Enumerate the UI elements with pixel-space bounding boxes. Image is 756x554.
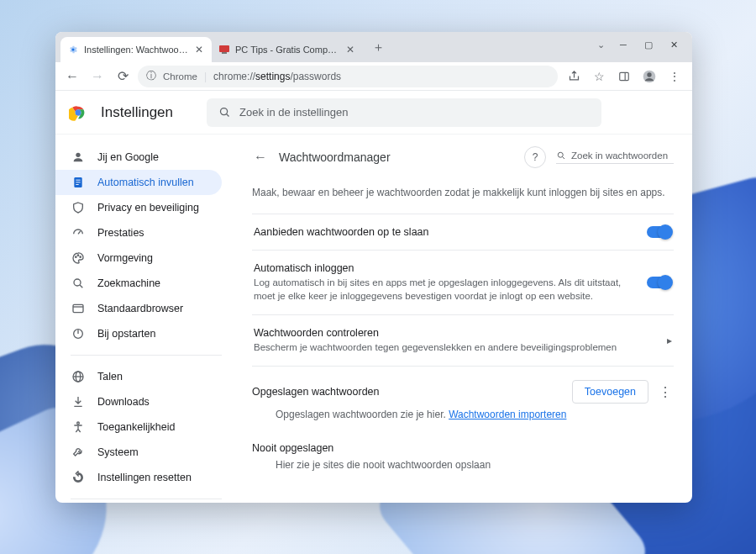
sidebar-item-search-engine[interactable]: Zoekmachine bbox=[55, 271, 222, 296]
sidebar-item-performance[interactable]: Prestaties bbox=[55, 220, 222, 245]
svg-rect-15 bbox=[76, 182, 80, 182]
saved-passwords-heading: Opgeslagen wachtwoorden Toevoegen ⋮ bbox=[252, 366, 674, 404]
reload-button[interactable]: ⟳ bbox=[113, 66, 133, 87]
sidebar-item-you-and-google[interactable]: Jij en Google bbox=[55, 145, 222, 170]
svg-rect-23 bbox=[73, 304, 83, 312]
svg-line-11 bbox=[226, 113, 228, 116]
shield-icon bbox=[71, 200, 86, 215]
share-icon[interactable] bbox=[563, 66, 585, 87]
section-title: Nooit opgeslagen bbox=[252, 442, 333, 454]
origin-label: Chrome bbox=[163, 71, 197, 82]
close-button[interactable]: ✕ bbox=[662, 35, 685, 54]
person-icon bbox=[71, 150, 86, 165]
sidebar-separator bbox=[71, 499, 222, 499]
sidebar-item-label: Automatisch invullen bbox=[97, 177, 194, 188]
settings-title: Instellingen bbox=[101, 104, 173, 121]
chevron-down-icon[interactable]: ⌄ bbox=[591, 35, 610, 54]
tab-pctips[interactable]: PC Tips - Gratis Computer Tips. ✕ bbox=[212, 37, 363, 62]
side-panel-icon[interactable] bbox=[613, 66, 635, 87]
close-icon[interactable]: ✕ bbox=[344, 44, 356, 55]
back-arrow-button[interactable]: ← bbox=[252, 149, 269, 166]
settings-header: Instellingen Zoek in de instellingen bbox=[55, 91, 692, 135]
row-offer-to-save: Aanbieden wachtwoorden op te slaan bbox=[252, 214, 674, 250]
svg-point-18 bbox=[76, 256, 76, 257]
row-title: Aanbieden wachtwoorden op te slaan bbox=[254, 226, 637, 238]
svg-rect-14 bbox=[76, 180, 80, 181]
toggle-offer-save[interactable] bbox=[647, 226, 672, 238]
add-password-button[interactable]: Toevoegen bbox=[572, 380, 648, 404]
accessibility-icon bbox=[71, 419, 86, 435]
svg-rect-2 bbox=[222, 52, 227, 54]
sidebar-item-downloads[interactable]: Downloads bbox=[55, 389, 222, 414]
bookmark-icon[interactable]: ☆ bbox=[588, 66, 610, 87]
url-scheme: chrome:// bbox=[213, 71, 255, 82]
sidebar-item-label: Standaardbrowser bbox=[97, 303, 183, 314]
search-icon bbox=[556, 150, 566, 161]
sidebar-item-label: Privacy en beveiliging bbox=[97, 202, 199, 214]
svg-rect-1 bbox=[219, 45, 229, 52]
window-controls: ⌄ ─ ▢ ✕ bbox=[591, 35, 685, 54]
svg-point-6 bbox=[647, 72, 651, 77]
toggle-auto-signin[interactable] bbox=[647, 277, 672, 288]
svg-rect-3 bbox=[620, 72, 629, 80]
svg-line-37 bbox=[563, 157, 565, 160]
browser-toolbar: ← → ⟳ ⓘ Chrome | chrome://settings/passw… bbox=[55, 62, 692, 91]
more-menu-button[interactable]: ⋮ bbox=[657, 384, 674, 400]
power-icon bbox=[71, 326, 86, 341]
svg-point-19 bbox=[77, 255, 78, 256]
url-host: settings bbox=[255, 71, 290, 82]
sidebar-item-label: Jij en Google bbox=[97, 151, 159, 163]
browser-icon bbox=[71, 301, 86, 316]
sidebar-item-accessibility[interactable]: Toegankelijkheid bbox=[55, 414, 222, 440]
never-saved-heading: Nooit opgeslagen bbox=[252, 429, 674, 454]
globe-icon bbox=[71, 369, 86, 384]
sidebar-item-label: Bij opstarten bbox=[97, 328, 155, 340]
sidebar-separator bbox=[71, 355, 222, 356]
site-icon bbox=[218, 44, 230, 55]
tab-title: PC Tips - Gratis Computer Tips. bbox=[235, 45, 339, 55]
profile-icon[interactable] bbox=[638, 66, 660, 87]
password-search-input[interactable]: Zoek in wachtwoorden bbox=[556, 150, 674, 164]
import-passwords-link[interactable]: Wachtwoorden importeren bbox=[449, 409, 566, 420]
sidebar-item-autofill[interactable]: Automatisch invullen bbox=[55, 170, 222, 195]
close-icon[interactable]: ✕ bbox=[193, 44, 205, 55]
row-subtitle: Log automatisch in bij sites en apps met… bbox=[254, 276, 637, 303]
minimize-button[interactable]: ─ bbox=[612, 35, 635, 54]
sidebar-item-appearance[interactable]: Vormgeving bbox=[55, 245, 222, 271]
sidebar-item-reset[interactable]: Instellingen resetten bbox=[55, 465, 222, 490]
sidebar-item-startup[interactable]: Bij opstarten bbox=[55, 321, 222, 346]
svg-point-12 bbox=[76, 153, 80, 157]
search-icon bbox=[71, 276, 86, 291]
nav-back-button[interactable]: ← bbox=[62, 66, 82, 87]
speedometer-icon bbox=[71, 225, 86, 240]
sidebar-item-privacy[interactable]: Privacy en beveiliging bbox=[55, 195, 222, 220]
row-subtitle: Bescherm je wachtwoorden tegen gegevensl… bbox=[254, 340, 657, 354]
search-placeholder: Zoek in de instellingen bbox=[239, 106, 348, 119]
sidebar-item-label: Downloads bbox=[97, 396, 150, 408]
row-title: Wachtwoorden controleren bbox=[254, 327, 657, 339]
menu-icon[interactable]: ⋮ bbox=[664, 66, 685, 87]
reset-icon bbox=[71, 470, 86, 485]
svg-point-20 bbox=[80, 256, 81, 257]
new-tab-button[interactable]: ＋ bbox=[368, 37, 388, 57]
site-info-icon[interactable]: ⓘ bbox=[146, 69, 156, 83]
chrome-logo-icon bbox=[69, 103, 87, 122]
sidebar-item-label: Zoekmachine bbox=[97, 277, 160, 289]
tab-settings[interactable]: Instellingen: Wachtwoordmanag ✕ bbox=[60, 37, 212, 62]
gear-icon bbox=[67, 44, 79, 55]
row-check-passwords[interactable]: Wachtwoorden controleren Bescherm je wac… bbox=[252, 314, 674, 366]
help-button[interactable]: ? bbox=[524, 146, 546, 168]
sidebar-item-default-browser[interactable]: Standaardbrowser bbox=[55, 296, 222, 321]
sidebar-item-system[interactable]: Systeem bbox=[55, 440, 222, 465]
maximize-button[interactable]: ▢ bbox=[637, 35, 660, 54]
saved-passwords-empty: Opgeslagen wachtwoorden zie je hier. Wac… bbox=[252, 404, 674, 429]
omnibox[interactable]: ⓘ Chrome | chrome://settings/passwords bbox=[138, 66, 558, 87]
sidebar-item-label: Prestaties bbox=[97, 227, 144, 239]
tab-strip: Instellingen: Wachtwoordmanag ✕ PC Tips … bbox=[60, 32, 591, 62]
sidebar-item-label: Systeem bbox=[97, 446, 139, 458]
nav-forward-button[interactable]: → bbox=[87, 66, 108, 87]
sidebar-item-languages[interactable]: Talen bbox=[55, 364, 222, 389]
svg-point-36 bbox=[558, 152, 563, 157]
settings-search[interactable]: Zoek in de instellingen bbox=[207, 98, 601, 127]
wrench-icon bbox=[71, 445, 86, 460]
